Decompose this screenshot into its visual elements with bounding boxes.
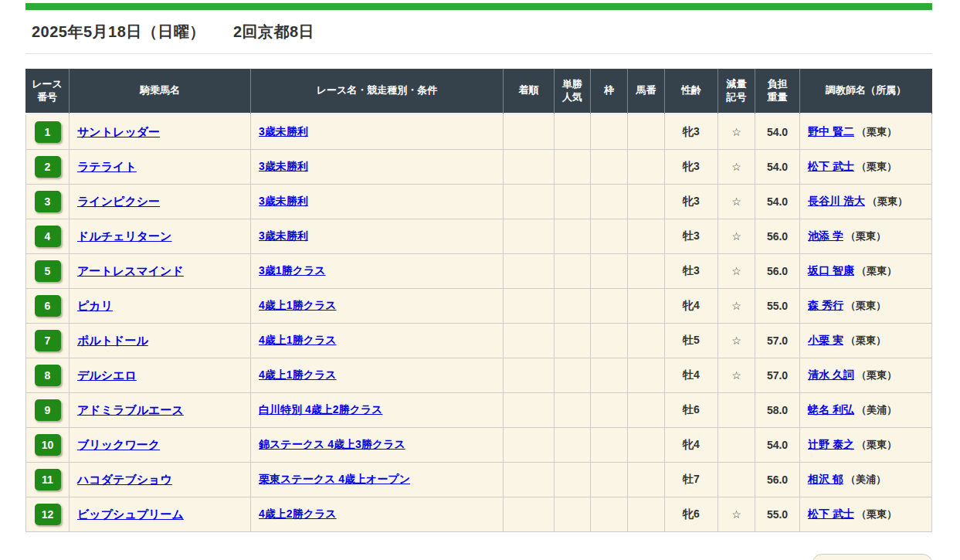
table-row: 11 ハコダテブショウ 栗東ステークス 4歳上オープン 牡7 56.0 相沢 郁… (25, 463, 932, 497)
horse-name-link[interactable]: アドミラブルエース (77, 403, 184, 416)
allowance-mark-cell: ☆ (718, 219, 755, 254)
sex-age-cell: 牡3 (665, 219, 718, 254)
trainer-affiliation: （栗東） (846, 230, 886, 242)
race-number-badge: 12 (35, 504, 61, 525)
finish-cell (504, 324, 555, 358)
trainer-name-link[interactable]: 野中 賢二 (808, 125, 854, 137)
trainer-name-link[interactable]: 辻野 泰之 (808, 438, 854, 450)
race-name-cell: 白川特別 4歳上2勝クラス (251, 393, 504, 428)
race-number-cell: 9 (25, 393, 70, 428)
race-number-cell: 12 (25, 497, 70, 532)
table-row: 2 ラテライト 3歳未勝利 牝3 ☆ 54.0 松下 武士（栗東） (25, 150, 932, 185)
race-name-cell: 4歳上1勝クラス (251, 289, 504, 324)
trainer-name-link[interactable]: 池添 学 (808, 229, 843, 242)
allowance-mark-cell: ☆ (718, 150, 755, 185)
horse-name-link[interactable]: ラテライト (77, 160, 137, 173)
sex-age-cell: 牝3 (665, 185, 718, 219)
weight-cell: 55.0 (755, 497, 800, 532)
horse-name-link[interactable]: デルシエロ (77, 368, 137, 382)
horse-name-cell: アドミラブルエース (70, 393, 251, 428)
win-favorite-cell (555, 393, 591, 428)
race-name-link[interactable]: 栗東ステークス 4歳上オープン (259, 473, 410, 485)
race-name-link[interactable]: 白川特別 4歳上2勝クラス (259, 403, 382, 416)
finish-cell (504, 358, 555, 393)
race-name-link[interactable]: 3歳1勝クラス (259, 264, 326, 277)
trainer-name-link[interactable]: 森 秀行 (808, 299, 843, 311)
trainer-name-link[interactable]: 長谷川 浩大 (808, 195, 865, 207)
trainer-name-link[interactable]: 松下 武士 (808, 507, 854, 520)
finish-cell (504, 219, 555, 254)
race-name-cell: 3歳未勝利 (251, 150, 504, 185)
page-content: 2025年5月18日（日曜）2回京都8日 レース 番号 騎乗馬名 レース名・競走… (25, 3, 932, 532)
race-name-link[interactable]: 3歳未勝利 (259, 160, 308, 172)
trainer-cell: 松下 武士（栗東） (800, 150, 932, 185)
column-header-horse-number: 馬番 (628, 69, 665, 115)
horse-name-link[interactable]: ピカリ (77, 299, 113, 312)
trainer-affiliation: （栗東） (857, 126, 897, 137)
trainer-affiliation: （栗東） (846, 300, 886, 311)
trainer-name-link[interactable]: 小栗 実 (808, 334, 843, 346)
trainer-affiliation: （栗東） (857, 439, 897, 450)
frame-cell (591, 254, 628, 289)
race-number-cell: 10 (25, 428, 70, 463)
finish-cell (504, 393, 555, 428)
trainer-affiliation: （栗東） (846, 334, 886, 346)
trainer-name-link[interactable]: 蛯名 利弘 (808, 403, 854, 416)
column-header-horse-name: 騎乗馬名 (70, 69, 251, 115)
race-name-link[interactable]: 錦ステークス 4歳上3勝クラス (259, 438, 405, 450)
horse-name-link[interactable]: ブリックワーク (77, 438, 160, 451)
horse-name-cell: ラインピクシー (70, 185, 251, 219)
horse-number-cell (628, 115, 665, 150)
table-row: 1 サントレッダー 3歳未勝利 牝3 ☆ 54.0 野中 賢二（栗東） (25, 115, 932, 150)
allowance-mark-cell: ☆ (718, 324, 755, 358)
horse-name-link[interactable]: ハコダテブショウ (77, 473, 172, 486)
race-name-link[interactable]: 3歳未勝利 (259, 229, 308, 242)
race-number-cell: 5 (25, 254, 70, 289)
column-header-race-number: レース 番号 (25, 69, 70, 115)
sex-age-cell: 牡7 (665, 463, 718, 497)
trainer-name-link[interactable]: 坂口 智康 (808, 264, 854, 277)
race-name-cell: 4歳上2勝クラス (251, 497, 504, 532)
trainer-name-link[interactable]: 清水 久詞 (808, 368, 854, 381)
trainer-cell: 清水 久詞（栗東） (800, 358, 932, 393)
trainer-cell: 辻野 泰之（栗東） (800, 428, 932, 463)
weight-cell: 54.0 (755, 428, 800, 463)
race-name-cell: 3歳未勝利 (251, 219, 504, 254)
allowance-mark-cell (718, 428, 755, 463)
race-name-cell: 4歳上1勝クラス (251, 324, 504, 358)
horse-name-cell: ポルトドール (70, 324, 251, 358)
race-number-badge: 3 (35, 191, 61, 212)
horse-name-cell: ラテライト (70, 150, 251, 185)
allowance-mark-cell: ☆ (718, 497, 755, 532)
trainer-affiliation: （栗東） (857, 369, 897, 381)
race-name-link[interactable]: 4歳上1勝クラス (259, 368, 337, 381)
trainer-name-link[interactable]: 松下 武士 (808, 160, 854, 172)
win-favorite-cell (555, 324, 591, 358)
race-name-cell: 錦ステークス 4歳上3勝クラス (251, 428, 504, 463)
race-name-link[interactable]: 3歳未勝利 (259, 195, 308, 207)
race-name-link[interactable]: 3歳未勝利 (259, 125, 308, 137)
column-header-allowance-mark: 減量 記号 (718, 69, 755, 115)
horse-name-cell: サントレッダー (70, 115, 251, 150)
weight-cell: 55.0 (755, 289, 800, 324)
horse-name-link[interactable]: サントレッダー (77, 125, 160, 138)
finish-cell (504, 497, 555, 532)
horse-name-link[interactable]: ポルトドール (77, 334, 148, 347)
column-header-trainer: 調教師名（所属） (800, 69, 932, 115)
horse-name-link[interactable]: ビップシュプリーム (77, 507, 184, 521)
race-name-link[interactable]: 4歳上1勝クラス (259, 299, 337, 311)
race-name-link[interactable]: 4歳上1勝クラス (259, 334, 337, 346)
trainer-name-link[interactable]: 相沢 郁 (808, 473, 843, 485)
win-favorite-cell (555, 428, 591, 463)
weight-cell: 57.0 (755, 324, 800, 358)
horse-name-cell: ハコダテブショウ (70, 463, 251, 497)
race-number-cell: 6 (25, 289, 70, 324)
back-to-top-button[interactable] (812, 554, 932, 560)
race-name-link[interactable]: 4歳上2勝クラス (259, 507, 337, 520)
column-header-race-name: レース名・競走種別・条件 (251, 69, 504, 115)
horse-name-link[interactable]: ドルチェリターン (77, 229, 171, 243)
horse-name-link[interactable]: ラインピクシー (77, 195, 160, 208)
finish-cell (504, 254, 555, 289)
table-row: 5 アートレスマインド 3歳1勝クラス 牡3 ☆ 56.0 坂口 智康（栗東） (25, 254, 932, 289)
horse-name-link[interactable]: アートレスマインド (77, 264, 184, 277)
